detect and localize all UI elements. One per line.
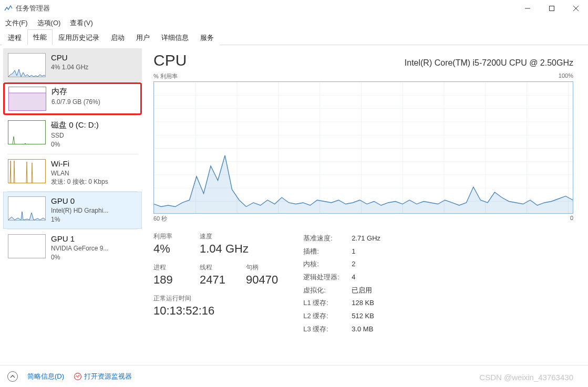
minimize-button[interactable] — [515, 0, 540, 17]
sidebar-disk-title: 磁盘 0 (C: D:) — [51, 120, 99, 130]
content-pane: CPU Intel(R) Core(TM) i5-7200U CPU @ 2.5… — [142, 45, 588, 365]
svg-rect-1 — [550, 6, 554, 11]
sidebar: CPU 4% 1.04 GHz 内存 6.0/7.9 GB (76%) — [0, 45, 142, 365]
collapse-icon[interactable] — [7, 371, 18, 382]
window-title: 任务管理器 — [16, 4, 50, 13]
cpu-model: Intel(R) Core(TM) i5-7200U CPU @ 2.50GHz — [405, 58, 573, 68]
open-resource-monitor-link[interactable]: 打开资源监视器 — [74, 372, 132, 381]
cpu-chart[interactable] — [153, 81, 573, 214]
spec-table: 基准速度:2.71 GHz 插槽:1 内核:2 逻辑处理器:4 虚拟化:已启用 … — [303, 232, 380, 336]
tab-app-history[interactable]: 应用历史记录 — [53, 30, 105, 45]
sidebar-gpu1-title: GPU 1 — [51, 234, 108, 243]
gpu0-thumbnail — [8, 196, 46, 221]
chart-bottom-labels: 60 秒 0 — [153, 215, 573, 223]
sidebar-item-gpu0[interactable]: GPU 0 Intel(R) HD Graphi... 1% — [3, 192, 142, 229]
app-icon — [4, 4, 13, 13]
gpu1-thumbnail — [8, 234, 46, 258]
chart-label-60s: 60 秒 — [153, 215, 167, 223]
disk-thumbnail — [8, 120, 46, 144]
stat-speed: 速度 1.04 GHz — [200, 232, 249, 256]
menu-file[interactable]: 文件(F) — [5, 18, 28, 28]
sidebar-wifi-sub2: 发送: 0 接收: 0 Kbps — [51, 177, 108, 186]
main-area: CPU 4% 1.04 GHz 内存 6.0/7.9 GB (76%) — [0, 45, 588, 365]
sidebar-disk-sub2: 0% — [51, 140, 99, 149]
sidebar-wifi-sub: WLAN — [51, 169, 108, 178]
chart-label-0: 0 — [570, 215, 573, 223]
sidebar-item-gpu1[interactable]: GPU 1 NVIDIA GeForce 9... 0% — [3, 229, 142, 267]
tab-startup[interactable]: 启动 — [105, 30, 130, 45]
sidebar-gpu0-title: GPU 0 — [51, 196, 108, 205]
resource-monitor-icon — [74, 372, 82, 381]
sidebar-disk-sub: SSD — [51, 131, 99, 140]
close-button[interactable] — [564, 0, 588, 17]
stat-uptime: 正常运行时间 10:13:52:16 — [153, 294, 278, 318]
brief-info-link[interactable]: 简略信息(D) — [27, 372, 64, 381]
content-header: CPU Intel(R) Core(TM) i5-7200U CPU @ 2.5… — [153, 51, 573, 69]
memory-thumbnail — [8, 87, 46, 111]
chart-label-utilization: % 利用率 — [153, 72, 178, 80]
content-heading: CPU — [153, 51, 187, 69]
tab-details[interactable]: 详细信息 — [156, 30, 194, 45]
sidebar-gpu1-sub: NVIDIA GeForce 9... — [51, 244, 108, 253]
tab-processes[interactable]: 进程 — [2, 30, 27, 45]
stat-processes: 进程 189 — [153, 263, 185, 287]
sidebar-item-memory[interactable]: 内存 6.0/7.9 GB (76%) — [3, 82, 142, 115]
footer: 简略信息(D) 打开资源监视器 — [0, 365, 588, 387]
tab-services[interactable]: 服务 — [194, 30, 220, 45]
cpu-chart-line — [154, 82, 573, 213]
tabs-row: 进程 性能 应用历史记录 启动 用户 详细信息 服务 — [0, 29, 588, 45]
sidebar-gpu0-sub2: 1% — [51, 215, 108, 224]
wifi-thumbnail — [8, 159, 46, 183]
menu-options[interactable]: 选项(O) — [37, 18, 61, 28]
chart-label-100pct: 100% — [559, 72, 573, 80]
sidebar-item-wifi[interactable]: Wi-Fi WLAN 发送: 0 接收: 0 Kbps — [3, 154, 142, 192]
chart-top-labels: % 利用率 100% — [153, 72, 573, 80]
menu-view[interactable]: 查看(V) — [70, 18, 92, 28]
stat-threads: 线程 2471 — [200, 263, 231, 287]
stat-handles: 句柄 90470 — [246, 263, 278, 287]
tab-performance[interactable]: 性能 — [27, 29, 53, 45]
details-section: 利用率 4% 速度 1.04 GHz 进程 189 线程 247 — [153, 232, 573, 336]
maximize-button[interactable] — [540, 0, 564, 17]
sidebar-memory-sub: 6.0/7.9 GB (76%) — [51, 98, 100, 107]
sidebar-cpu-sub: 4% 1.04 GHz — [51, 63, 88, 72]
sidebar-gpu0-sub: Intel(R) HD Graphi... — [51, 206, 108, 215]
sidebar-item-disk[interactable]: 磁盘 0 (C: D:) SSD 0% — [3, 116, 142, 154]
window-controls — [515, 0, 588, 17]
stat-utilization: 利用率 4% — [153, 232, 185, 256]
sidebar-gpu1-sub2: 0% — [51, 253, 108, 262]
sidebar-cpu-title: CPU — [51, 53, 88, 62]
stats-column: 利用率 4% 速度 1.04 GHz 进程 189 线程 247 — [153, 232, 278, 336]
svg-rect-4 — [9, 93, 46, 111]
menubar: 文件(F) 选项(O) 查看(V) — [0, 17, 588, 29]
tab-users[interactable]: 用户 — [130, 30, 156, 45]
sidebar-item-cpu[interactable]: CPU 4% 1.04 GHz — [3, 48, 142, 82]
cpu-thumbnail — [8, 53, 46, 77]
svg-point-6 — [75, 373, 81, 380]
titlebar: 任务管理器 — [0, 0, 588, 17]
sidebar-memory-title: 内存 — [51, 87, 100, 97]
sidebar-wifi-title: Wi-Fi — [51, 159, 108, 168]
